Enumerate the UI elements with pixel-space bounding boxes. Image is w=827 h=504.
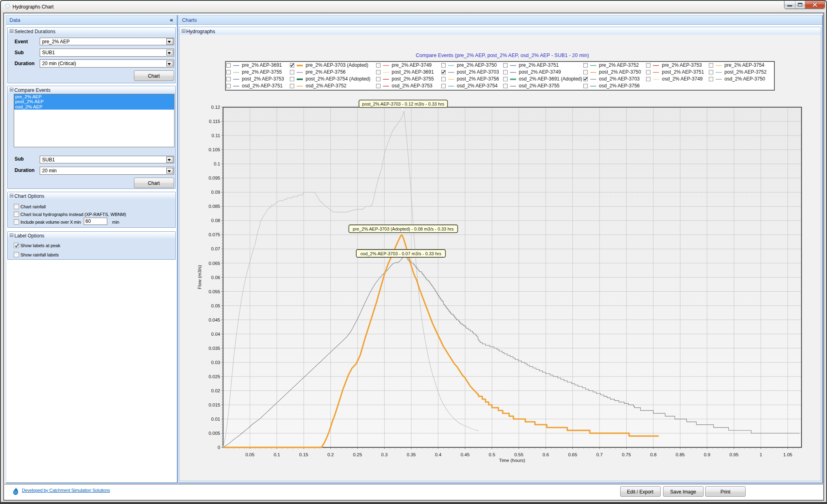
svg-text:0.75: 0.75 xyxy=(622,452,631,457)
svg-text:0.5: 0.5 xyxy=(489,452,495,457)
svg-text:0.06: 0.06 xyxy=(211,275,220,280)
svg-text:0.115: 0.115 xyxy=(209,119,220,124)
svg-text:0.12: 0.12 xyxy=(211,105,220,110)
svg-text:0.055: 0.055 xyxy=(208,289,220,294)
svg-text:0.015: 0.015 xyxy=(208,402,220,407)
svg-text:pre_2% AEP-3703 (Adopted) - 0.: pre_2% AEP-3703 (Adopted) - 0.08 m3/s - … xyxy=(353,227,454,231)
svg-text:0.095: 0.095 xyxy=(208,176,220,180)
svg-text:1.05: 1.05 xyxy=(783,452,792,457)
svg-text:0.11: 0.11 xyxy=(211,133,220,138)
svg-text:0.065: 0.065 xyxy=(208,261,220,266)
svg-text:0.03: 0.03 xyxy=(211,360,220,365)
svg-text:0.01: 0.01 xyxy=(211,417,220,421)
svg-text:0.005: 0.005 xyxy=(208,431,220,436)
svg-text:post_2% AEP-3703 - 0.12 m3/s -: post_2% AEP-3703 - 0.12 m3/s - 0.33 hrs xyxy=(362,102,445,106)
svg-text:0.2: 0.2 xyxy=(327,452,334,457)
svg-text:0.95: 0.95 xyxy=(729,452,738,457)
svg-text:0.105: 0.105 xyxy=(208,147,220,152)
svg-text:0.1: 0.1 xyxy=(274,452,280,457)
svg-text:0.09: 0.09 xyxy=(211,190,220,195)
svg-text:0.65: 0.65 xyxy=(568,452,577,457)
svg-text:0.085: 0.085 xyxy=(208,204,220,209)
svg-text:0.85: 0.85 xyxy=(676,452,685,457)
svg-text:0.025: 0.025 xyxy=(208,374,220,379)
svg-text:0.05: 0.05 xyxy=(245,452,254,457)
svg-text:0.8: 0.8 xyxy=(650,452,657,457)
svg-text:0: 0 xyxy=(218,445,220,450)
svg-text:0.4: 0.4 xyxy=(435,452,442,457)
svg-text:0.15: 0.15 xyxy=(299,452,308,457)
svg-text:Flow (m3/s): Flow (m3/s) xyxy=(197,265,202,289)
svg-text:0.1: 0.1 xyxy=(214,161,220,166)
svg-text:0.6: 0.6 xyxy=(542,452,549,457)
svg-text:0.07: 0.07 xyxy=(211,246,220,251)
svg-text:0.35: 0.35 xyxy=(407,452,416,457)
svg-text:0.9: 0.9 xyxy=(704,452,710,457)
svg-text:osd_2% AEP-3703 - 0.07 m3/s -: osd_2% AEP-3703 - 0.07 m3/s - 0.33 hrs xyxy=(360,251,441,256)
svg-text:0.45: 0.45 xyxy=(461,452,470,457)
svg-text:0.035: 0.035 xyxy=(208,346,220,351)
svg-text:Time (hours): Time (hours) xyxy=(499,458,525,463)
svg-text:0.04: 0.04 xyxy=(211,332,221,337)
svg-text:0.55: 0.55 xyxy=(514,452,523,457)
svg-text:0.05: 0.05 xyxy=(211,303,220,308)
svg-text:0.7: 0.7 xyxy=(596,452,603,457)
svg-text:0.25: 0.25 xyxy=(353,452,362,457)
svg-text:0.08: 0.08 xyxy=(211,218,220,223)
svg-text:0.3: 0.3 xyxy=(381,452,388,457)
svg-text:1: 1 xyxy=(759,452,762,457)
svg-text:0.045: 0.045 xyxy=(208,318,220,322)
svg-text:0.075: 0.075 xyxy=(208,232,220,237)
svg-text:0.02: 0.02 xyxy=(211,388,220,393)
